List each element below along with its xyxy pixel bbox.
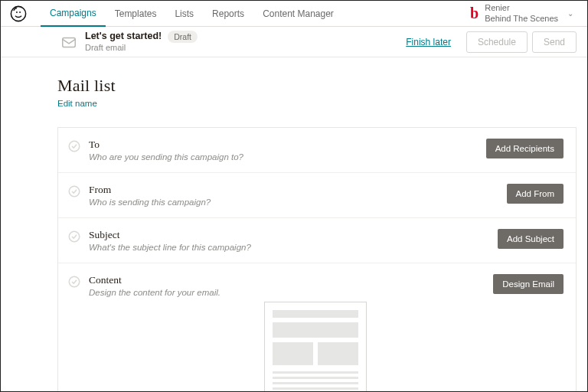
step-desc: Design the content for your email. — [89, 288, 493, 297]
svg-point-4 — [69, 141, 80, 152]
add-subject-button[interactable]: Add Subject — [498, 229, 564, 249]
account-org: Behind The Scenes — [485, 14, 558, 24]
email-preview-placeholder — [264, 302, 367, 392]
step-title: From — [89, 184, 507, 196]
svg-point-2 — [19, 11, 21, 12]
nav-templates[interactable]: Templates — [106, 1, 166, 27]
top-nav: Campaigns Templates Lists Reports Conten… — [1, 1, 587, 27]
account-text: Renier Behind The Scenes — [485, 3, 558, 24]
step-title: Content — [89, 274, 493, 286]
campaign-subbar: Let's get started! Draft Draft email Fin… — [1, 27, 587, 57]
step-desc: What's the subject line for this campaig… — [89, 243, 498, 252]
svg-point-7 — [69, 276, 80, 287]
draft-badge: Draft — [168, 31, 198, 44]
step-desc: Who are you sending this campaign to? — [89, 152, 486, 162]
nav-content-manager[interactable]: Content Manager — [253, 1, 343, 27]
svg-rect-3 — [63, 38, 76, 47]
chevron-down-icon: ⌄ — [564, 9, 573, 18]
edit-name-link[interactable]: Edit name — [57, 99, 97, 108]
design-email-button[interactable]: Design Email — [493, 274, 564, 294]
check-circle-icon — [67, 275, 81, 289]
step-content: Content Design the content for your emai… — [58, 263, 576, 392]
send-button[interactable]: Send — [532, 31, 577, 53]
main-content: Mail list Edit name To Who are you sendi… — [1, 57, 587, 392]
campaign-type: Draft email — [85, 43, 198, 53]
svg-point-1 — [16, 11, 18, 12]
add-recipients-button[interactable]: Add Recipients — [486, 139, 564, 158]
svg-point-6 — [69, 231, 80, 242]
check-circle-icon — [67, 139, 81, 153]
account-menu[interactable]: b Renier Behind The Scenes ⌄ — [470, 3, 578, 24]
nav-reports[interactable]: Reports — [203, 1, 253, 27]
step-desc: Who is sending this campaign? — [89, 198, 507, 207]
mailchimp-logo-icon[interactable] — [10, 5, 27, 22]
step-from: From Who is sending this campaign? Add F… — [58, 173, 576, 218]
steps-panel: To Who are you sending this campaign to?… — [57, 127, 577, 392]
nav-lists[interactable]: Lists — [165, 1, 203, 27]
nav-links: Campaigns Templates Lists Reports Conten… — [41, 1, 343, 27]
check-circle-icon — [67, 230, 81, 243]
step-to: To Who are you sending this campaign to?… — [58, 128, 576, 173]
account-logo-icon: b — [470, 5, 479, 22]
finish-later-link[interactable]: Finish later — [406, 37, 451, 47]
svg-point-0 — [11, 6, 25, 21]
step-title: Subject — [89, 229, 498, 241]
schedule-button[interactable]: Schedule — [466, 31, 528, 53]
step-title: To — [89, 139, 486, 151]
check-circle-icon — [67, 185, 81, 198]
campaign-title: Let's get started! — [85, 31, 162, 42]
account-name: Renier — [485, 3, 558, 14]
page-title: Mail list — [57, 76, 587, 96]
nav-campaigns[interactable]: Campaigns — [41, 1, 106, 27]
envelope-icon — [60, 34, 77, 51]
step-subject: Subject What's the subject line for this… — [58, 218, 576, 263]
add-from-button[interactable]: Add From — [507, 184, 564, 204]
svg-point-5 — [69, 186, 80, 197]
